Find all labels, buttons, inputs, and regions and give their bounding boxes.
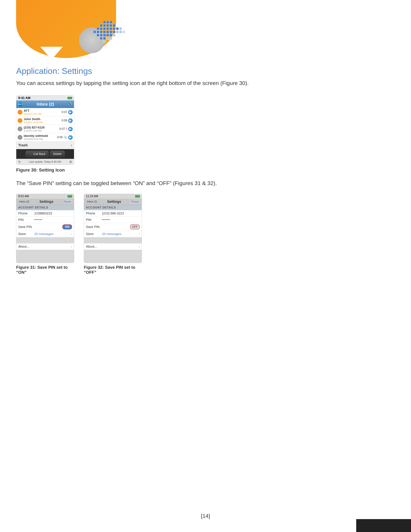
- pin-dots-31: ••••••: [34, 218, 42, 221]
- callback-button[interactable]: 📞 Call Back: [26, 151, 48, 157]
- header-banner: [0, 0, 411, 61]
- item-right: 0:07 ! ▶: [59, 127, 73, 131]
- inbox-list: ATT 5/12/10 2:21 PM 0:07 ▶ John Smith 3/…: [16, 108, 74, 142]
- svg-rect-11: [106, 28, 109, 30]
- contact-icon-smith: [18, 118, 22, 123]
- figure32-container: 11:23 AM Inbox (1) Settings Reset Accoun…: [84, 194, 142, 275]
- att-logo: AT&T: [18, 102, 22, 106]
- play-button[interactable]: ▶: [68, 127, 73, 131]
- inbox-footer: ↻ Last update: Today 9:40 AM ⚙: [16, 159, 74, 165]
- savepin-label-31: Save PIN: [18, 225, 34, 229]
- phone-row-31: Phone 2108863222: [16, 210, 74, 217]
- pin-label-31: PIN: [18, 218, 34, 222]
- blank-row-32: [84, 237, 142, 243]
- savepin-label-32: Save PIN: [86, 225, 102, 229]
- page-number: [14]: [201, 513, 210, 519]
- contact-icon-number: [18, 127, 22, 131]
- bottom-bar: [356, 519, 411, 532]
- toggle-off-32[interactable]: OFF: [130, 224, 140, 229]
- svg-rect-6: [110, 24, 112, 27]
- reset-button-32[interactable]: Reset: [130, 200, 140, 204]
- phone-label-32: Phone: [86, 211, 102, 215]
- refresh-icon[interactable]: ↻: [18, 160, 21, 164]
- settings-status-bar-31: 9:52 AM: [16, 194, 74, 199]
- settings-body-32: [84, 250, 142, 263]
- play-button[interactable]: ▶: [68, 135, 73, 140]
- status-bar: 9:41 AM: [16, 95, 74, 100]
- last-update-text: Last update: Today 9:40 AM: [29, 161, 61, 163]
- inbox-item[interactable]: ATT 5/12/10 2:21 PM 0:07 ▶: [16, 108, 74, 116]
- delete-button[interactable]: Delete: [50, 151, 65, 157]
- svg-rect-15: [119, 28, 122, 30]
- pin-row-31: PIN ••••••: [16, 217, 74, 223]
- inbox-badge-32: Inbox (1): [86, 200, 98, 203]
- svg-rect-23: [116, 31, 119, 33]
- trash-arrow-icon: ›: [71, 143, 72, 147]
- duration: 0:08: [62, 119, 67, 122]
- trash-label: Trash: [18, 143, 28, 147]
- about-label-31: About...: [18, 245, 71, 248]
- settings-figures-row: 9:52 AM Inbox (2) Settings Reset Account…: [16, 194, 395, 275]
- action-bar: 📞 Call Back Delete: [16, 149, 74, 159]
- item-content: (210) 827-6120 1/14/10 2:55 PM: [24, 126, 59, 132]
- svg-rect-7: [113, 24, 115, 27]
- svg-rect-17: [97, 31, 99, 33]
- inbox-item[interactable]: (210) 827-6120 1/14/10 2:55 PM 0:07 ! ▶: [16, 125, 74, 133]
- body-text: The “Save PIN” setting can be toggled be…: [16, 179, 306, 187]
- svg-rect-36: [103, 40, 106, 43]
- item-content: Identity withheld 12/15/09 4:02 PM: [24, 134, 57, 140]
- store-label-32: Store: [86, 232, 102, 236]
- pin-row-32: PIN ••••••: [84, 217, 142, 223]
- inbox-item[interactable]: John Smith 3/16/10 10:45 AM 0:08 ▶: [16, 116, 74, 125]
- attach-icon: 📎: [64, 136, 67, 139]
- play-button[interactable]: ▶: [68, 118, 73, 123]
- about-row-31[interactable]: About... ›: [16, 243, 74, 250]
- play-button[interactable]: ▶: [68, 110, 73, 114]
- store-arrow-icon-32: ›: [139, 232, 140, 236]
- contact-name: John Smith: [24, 117, 62, 121]
- svg-rect-24: [119, 31, 122, 33]
- inbox-badge-31: Inbox (2): [18, 200, 31, 203]
- svg-rect-30: [110, 34, 112, 37]
- status-time-32: 11:23 AM: [86, 195, 98, 198]
- svg-rect-27: [100, 34, 103, 37]
- svg-rect-19: [103, 31, 106, 33]
- svg-rect-2: [110, 21, 112, 24]
- item-content: ATT 5/12/10 2:21 PM: [24, 109, 62, 115]
- svg-rect-1: [106, 21, 109, 24]
- reset-button-31[interactable]: Reset: [62, 200, 72, 204]
- settings-status-bar-32: 11:23 AM: [84, 194, 142, 199]
- phone-value-32: (210) 886-3222: [102, 211, 140, 215]
- contact-icon-withheld: [18, 135, 22, 140]
- svg-rect-3: [100, 24, 103, 27]
- toggle-on-31[interactable]: ON: [62, 224, 72, 229]
- store-row-32[interactable]: Store 20 messages ›: [84, 231, 142, 237]
- settings-header-32: Inbox (1) Settings Reset: [84, 199, 142, 205]
- svg-rect-0: [103, 21, 106, 24]
- pin-dots-32: ••••••: [102, 218, 110, 221]
- settings-title-31: Settings: [39, 200, 54, 204]
- figure31-mockup: 9:52 AM Inbox (2) Settings Reset Account…: [16, 194, 74, 263]
- svg-rect-33: [103, 37, 106, 40]
- phone-icon: 📞: [29, 152, 32, 156]
- blank-row-31: [16, 237, 74, 243]
- store-row-31[interactable]: Store 20 messages ›: [16, 231, 74, 237]
- inbox-item[interactable]: Identity withheld 12/15/09 4:02 PM 0:06 …: [16, 133, 74, 142]
- about-label-32: About...: [86, 245, 139, 248]
- svg-rect-12: [110, 28, 112, 30]
- item-right: 0:06 📎 ▶: [57, 135, 73, 140]
- about-row-32[interactable]: About... ›: [84, 243, 142, 250]
- svg-rect-10: [103, 28, 106, 30]
- figure30-caption: Figure 30: Setting Icon: [16, 168, 395, 173]
- account-details-header-31: Account details: [16, 205, 74, 210]
- battery-icon-32: [135, 195, 140, 198]
- svg-rect-35: [110, 37, 112, 40]
- figure32-caption: Figure 32: Save PIN set to “OFF”: [84, 265, 142, 275]
- svg-rect-16: [93, 31, 96, 33]
- svg-rect-28: [103, 34, 106, 37]
- trash-row[interactable]: Trash ›: [16, 142, 74, 149]
- phone-value-31: 2108863222: [34, 211, 72, 215]
- svg-rect-25: [122, 31, 125, 33]
- settings-icon[interactable]: ⚙: [69, 160, 72, 164]
- store-label-31: Store: [18, 232, 34, 236]
